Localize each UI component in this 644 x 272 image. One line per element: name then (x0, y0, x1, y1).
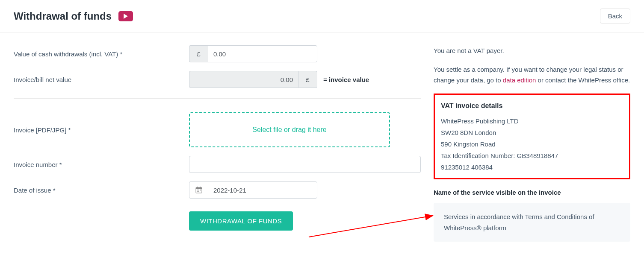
svg-rect-5 (197, 190, 198, 190)
svg-rect-6 (198, 190, 199, 190)
title-wrap: Withdrawal of funds (14, 10, 133, 22)
calendar-icon[interactable] (189, 181, 208, 199)
vat-tin: Tax Identification Number: GB348918847 (441, 150, 623, 161)
vat-address-line2: 590 Kingston Road (441, 138, 623, 150)
vat-address-line1: SW20 8DN London (441, 127, 623, 138)
invoice-file-label: Invoice [PDF/JPG] * (14, 126, 189, 134)
svg-rect-8 (197, 191, 198, 192)
svg-rect-7 (200, 190, 201, 190)
content: Value of cash withdrawals (incl. VAT) * … (0, 32, 644, 254)
back-button[interactable]: Back (600, 9, 630, 23)
service-name-title: Name of the service visible on the invoi… (434, 189, 630, 196)
net-value-label: Invoice/bill net value (14, 76, 189, 83)
invoice-number-control (189, 156, 421, 173)
date-issue-label: Date of issue * (14, 187, 189, 194)
file-drop-zone[interactable]: Select file or drag it here (189, 112, 390, 147)
row-date-issue: Date of issue * (14, 181, 421, 199)
net-value-input (189, 71, 298, 88)
form-divider (14, 98, 421, 99)
date-input-group (189, 181, 317, 199)
withdrawal-value-control: £ (189, 45, 421, 62)
vat-extra-number: 91235012 406384 (441, 161, 623, 173)
company-settlement-info: You settle as a company. If you want to … (434, 64, 630, 86)
net-input-group: £ (189, 71, 317, 88)
svg-rect-4 (200, 187, 201, 188)
hint-prefix: = (323, 76, 329, 83)
vat-company-name: WhitePress Publishing LTD (441, 115, 623, 127)
withdrawal-value-input[interactable] (208, 45, 317, 62)
withdrawal-value-label: Value of cash withdrawals (incl. VAT) * (14, 50, 189, 58)
invoice-number-input[interactable] (189, 156, 421, 173)
company-text-2: or contact the WhitePress office. (536, 76, 630, 84)
currency-suffix: £ (298, 71, 317, 88)
svg-rect-3 (197, 187, 198, 188)
data-edition-link[interactable]: data edition (503, 76, 536, 84)
date-control (189, 181, 421, 199)
svg-rect-9 (198, 191, 199, 192)
currency-prefix: £ (189, 45, 208, 62)
net-value-control: £ = invoice value (189, 71, 421, 88)
row-invoice-number: Invoice number * (14, 156, 421, 173)
page-header: Withdrawal of funds Back (0, 0, 644, 32)
video-help-icon[interactable] (118, 11, 133, 21)
invoice-number-label: Invoice number * (14, 161, 189, 168)
date-issue-input[interactable] (208, 181, 317, 199)
withdrawal-input-group: £ (189, 45, 317, 62)
row-net-value: Invoice/bill net value £ = invoice value (14, 71, 421, 88)
svg-marker-0 (124, 14, 128, 19)
row-invoice-file: Invoice [PDF/JPG] * Select file or drag … (14, 112, 421, 147)
file-control: Select file or drag it here (189, 112, 421, 147)
page-title: Withdrawal of funds (14, 10, 112, 22)
form-column: Value of cash withdrawals (incl. VAT) * … (14, 45, 421, 242)
submit-control: WITHDRAWAL OF FUNDS (189, 211, 421, 231)
vat-payer-status: You are not a VAT payer. (434, 45, 630, 56)
withdrawal-submit-button[interactable]: WITHDRAWAL OF FUNDS (189, 211, 293, 231)
service-description-box: Services in accordance with Terms and Co… (434, 203, 630, 242)
invoice-value-hint: = invoice value (323, 76, 369, 83)
sidebar-column: You are not a VAT payer. You settle as a… (434, 45, 630, 242)
vat-invoice-details-box: VAT invoice details WhitePress Publishin… (434, 94, 630, 180)
hint-strong: invoice value (329, 76, 369, 83)
svg-rect-2 (196, 187, 202, 189)
vat-details-title: VAT invoice details (441, 100, 623, 112)
row-withdrawal-value: Value of cash withdrawals (incl. VAT) * … (14, 45, 421, 62)
row-submit: WITHDRAWAL OF FUNDS (14, 211, 421, 231)
